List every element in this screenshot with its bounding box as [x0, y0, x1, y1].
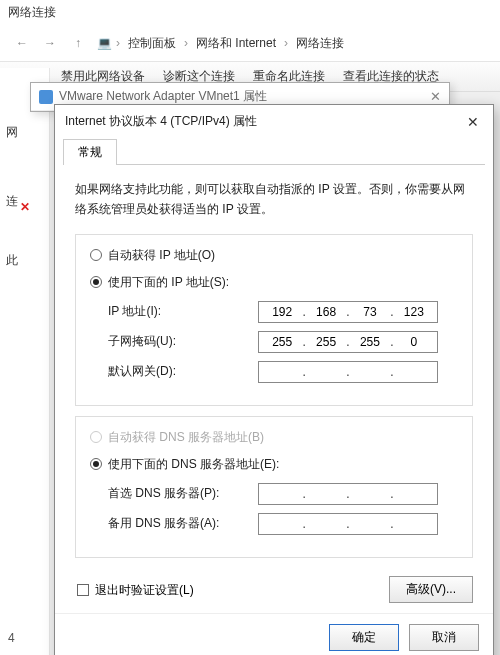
panel-fragment: 网: [0, 118, 49, 147]
radio-manual-dns[interactable]: 使用下面的 DNS 服务器地址(E):: [90, 456, 458, 473]
subnet-mask-row: 子网掩码(U): 255. 255. 255. 0: [108, 331, 458, 353]
dns-primary-row: 首选 DNS 服务器(P): . . .: [108, 483, 458, 505]
radio-label: 自动获得 IP 地址(O): [108, 247, 215, 264]
dns-secondary-input[interactable]: . . .: [258, 513, 438, 535]
breadcrumb: ← → ↑ 💻 › 控制面板 › 网络和 Internet › 网络连接: [0, 25, 500, 61]
ip-label: IP 地址(I):: [108, 303, 248, 320]
ok-button[interactable]: 确定: [329, 624, 399, 651]
nav-back-icon[interactable]: ←: [12, 33, 32, 53]
breadcrumb-item[interactable]: 网络连接: [292, 33, 348, 54]
dns-primary-input[interactable]: . . .: [258, 483, 438, 505]
item-count: 4: [8, 631, 15, 645]
nav-forward-icon[interactable]: →: [40, 33, 60, 53]
nav-up-icon[interactable]: ↑: [68, 33, 88, 53]
intro-text: 如果网络支持此功能，则可以获取自动指派的 IP 设置。否则，你需要从网络系统管理…: [75, 179, 473, 220]
radio-label: 使用下面的 DNS 服务器地址(E):: [108, 456, 279, 473]
checkbox-label: 退出时验证设置(L): [95, 582, 194, 599]
radio-label: 使用下面的 IP 地址(S):: [108, 274, 229, 291]
network-icon: 💻: [96, 35, 112, 51]
tab-general[interactable]: 常规: [63, 139, 117, 165]
disabled-adapter-icon: ✕: [20, 200, 30, 214]
radio-auto-ip[interactable]: 自动获得 IP 地址(O): [90, 247, 458, 264]
radio-icon: [90, 249, 102, 261]
validate-on-exit-checkbox[interactable]: 退出时验证设置(L): [77, 582, 194, 599]
dialog-title: VMware Network Adapter VMnet1 属性: [59, 88, 267, 105]
radio-label: 自动获得 DNS 服务器地址(B): [108, 429, 264, 446]
chevron-right-icon: ›: [284, 36, 288, 50]
tab-strip: 常规: [63, 138, 485, 165]
dns1-label: 首选 DNS 服务器(P):: [108, 485, 248, 502]
dialog-title: Internet 协议版本 4 (TCP/IPv4) 属性: [65, 113, 257, 130]
gateway-label: 默认网关(D):: [108, 363, 248, 380]
advanced-button[interactable]: 高级(V)...: [389, 576, 473, 603]
vmware-icon: [39, 90, 53, 104]
gateway-input[interactable]: . . .: [258, 361, 438, 383]
cancel-button[interactable]: 取消: [409, 624, 479, 651]
radio-icon: [90, 458, 102, 470]
dns-secondary-row: 备用 DNS 服务器(A): . . .: [108, 513, 458, 535]
dialog-titlebar: Internet 协议版本 4 (TCP/IPv4) 属性 ✕: [55, 105, 493, 138]
radio-icon: [90, 276, 102, 288]
dns2-label: 备用 DNS 服务器(A):: [108, 515, 248, 532]
breadcrumb-item[interactable]: 网络和 Internet: [192, 33, 280, 54]
window-title: 网络连接: [0, 0, 500, 25]
dns-group: 自动获得 DNS 服务器地址(B) 使用下面的 DNS 服务器地址(E): 首选…: [75, 416, 473, 558]
gateway-row: 默认网关(D): . . .: [108, 361, 458, 383]
explorer-window: 网络连接 ← → ↑ 💻 › 控制面板 › 网络和 Internet › 网络连…: [0, 0, 500, 92]
subnet-mask-input[interactable]: 255. 255. 255. 0: [258, 331, 438, 353]
checkbox-icon: [77, 584, 89, 596]
mask-label: 子网掩码(U):: [108, 333, 248, 350]
dialog-footer: 确定 取消: [55, 613, 493, 655]
radio-icon: [90, 431, 102, 443]
close-icon[interactable]: ✕: [463, 114, 483, 130]
chevron-right-icon: ›: [116, 36, 120, 50]
radio-manual-ip[interactable]: 使用下面的 IP 地址(S):: [90, 274, 458, 291]
close-icon[interactable]: ✕: [430, 89, 441, 104]
panel-fragment: 此: [0, 246, 49, 275]
ip-address-row: IP 地址(I): 192. 168. 73. 123: [108, 301, 458, 323]
ip-group: 自动获得 IP 地址(O) 使用下面的 IP 地址(S): IP 地址(I): …: [75, 234, 473, 406]
ip-address-input[interactable]: 192. 168. 73. 123: [258, 301, 438, 323]
breadcrumb-item[interactable]: 控制面板: [124, 33, 180, 54]
left-panel: 网 连 此 4: [0, 68, 50, 655]
ipv4-properties-dialog: Internet 协议版本 4 (TCP/IPv4) 属性 ✕ 常规 如果网络支…: [54, 104, 494, 655]
radio-auto-dns: 自动获得 DNS 服务器地址(B): [90, 429, 458, 446]
chevron-right-icon: ›: [184, 36, 188, 50]
